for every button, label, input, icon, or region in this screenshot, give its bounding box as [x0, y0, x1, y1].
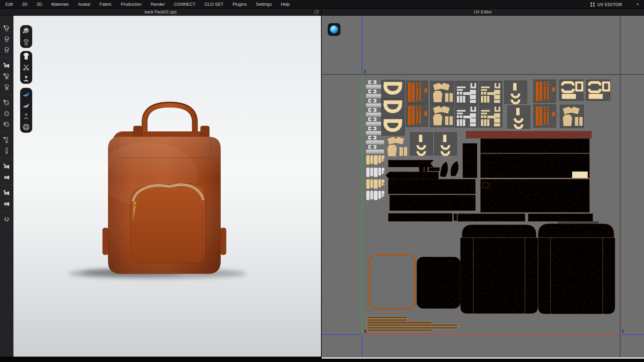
globe-icon: [22, 123, 31, 131]
avatar-view-button[interactable]: [21, 111, 31, 121]
menu-item-settings[interactable]: Settings: [256, 2, 272, 7]
edit-sewing-tool-button[interactable]: [0, 23, 13, 34]
menu-item-connect[interactable]: CONNECT: [174, 2, 196, 7]
uv-grid-label: 0: [364, 329, 367, 334]
menu-items: Edit3D2DMaterialsAvatarFabricProductionR…: [5, 2, 299, 7]
shirt-dim-icon: [22, 38, 31, 47]
roll-cursor-icon: [3, 62, 10, 69]
menu-item-help[interactable]: Help: [281, 2, 290, 7]
wireframe-view-button[interactable]: [21, 122, 31, 132]
tool-group-1: [0, 58, 13, 93]
uv-islands-svg[interactable]: 101: [322, 16, 644, 357]
roll-cursor-icon: [3, 163, 10, 170]
clamp-icon: [3, 216, 10, 223]
uv-bottom-strip: [322, 357, 644, 359]
zipper-icon: [3, 147, 10, 155]
tool-group-6: [0, 212, 13, 226]
menu-item-materials[interactable]: Materials: [51, 2, 69, 7]
fabric-front-view-button[interactable]: [21, 88, 31, 99]
view-garment-dim-button[interactable]: [21, 37, 31, 47]
free-sewing-tool-button[interactable]: [0, 45, 13, 55]
mode-switcher[interactable]: UV EDITOR ▼: [590, 0, 639, 9]
edit-texture-tool-button[interactable]: [0, 82, 13, 93]
person-icon: [22, 74, 31, 83]
pattern-grid-icon: [590, 2, 595, 7]
scissors-icon: [22, 63, 31, 72]
zipper-tool-button[interactable]: [0, 145, 13, 156]
person-dim-icon: [22, 112, 31, 120]
view-3d-style-button[interactable]: [21, 26, 31, 36]
fabric-back-view-button[interactable]: [21, 100, 31, 110]
button-lock-icon: [3, 121, 10, 128]
menu-item-fabric[interactable]: Fabric: [100, 2, 112, 7]
cube-icon: [22, 26, 31, 35]
roll-cursor-icon: [3, 189, 10, 197]
menu-bar: Edit3D2DMaterialsAvatarFabricProductionR…: [0, 0, 644, 9]
clamp-tool-button[interactable]: [0, 214, 13, 225]
3d-viewport[interactable]: [13, 16, 321, 357]
pattern-tool-button[interactable]: [21, 62, 31, 72]
shirt-curve-icon: [3, 36, 10, 43]
fabric-blue-icon: [22, 89, 31, 98]
roll-icon: [3, 174, 10, 181]
menu-item-plugins[interactable]: Plugins: [232, 2, 247, 7]
uv-panel-title: UV Editor: [322, 9, 644, 15]
shirt-bright-icon: [22, 52, 31, 61]
shirt-checker-cursor-icon: [3, 73, 10, 80]
uv-window-titlebar: UV Editor: [322, 9, 644, 16]
zipper-cursor-icon: [3, 136, 10, 144]
menu-item-avatar[interactable]: Avatar: [78, 2, 90, 7]
texture-sphere-button[interactable]: [328, 23, 340, 36]
menu-item-clo-set[interactable]: CLO-SET: [205, 2, 223, 7]
button-icon: [3, 110, 10, 117]
tool-sidebar: [0, 16, 13, 357]
show-avatar-button[interactable]: [21, 73, 31, 83]
app-window: Edit3D2DMaterialsAvatarFabricProductionR…: [0, 0, 644, 362]
viewport-toolbar-group-1: [20, 51, 32, 84]
show-garment-button[interactable]: [21, 51, 31, 61]
tool-group-3: [0, 132, 13, 157]
menu-item-render[interactable]: Render: [151, 2, 165, 7]
menu-item-edit[interactable]: Edit: [5, 2, 13, 7]
menu-item-production[interactable]: Production: [121, 2, 142, 7]
menu-item-3d[interactable]: 3D: [22, 2, 28, 7]
tool-group-4: [0, 159, 13, 183]
sewing-tool-button[interactable]: [0, 34, 13, 45]
uv-grid-label: 1: [364, 69, 366, 74]
shirt-checker-icon: [3, 83, 10, 91]
uv-grid-label: 1: [622, 329, 624, 334]
button-cursor-icon: [3, 99, 10, 107]
shirt-curve-cursor-icon: [3, 25, 10, 32]
restore-icon[interactable]: [314, 10, 319, 14]
tool-group-5: [0, 185, 13, 210]
project-title: back Pack02.zprj: [0, 9, 321, 15]
viewport-toolbar-group-0: [20, 25, 32, 48]
binding-tool-button[interactable]: [0, 198, 13, 209]
select-binding-tool-button[interactable]: [0, 188, 13, 198]
uv-editor-canvas[interactable]: 101: [322, 16, 644, 357]
roll-icon: [3, 200, 10, 207]
fabric-gray-icon: [22, 100, 31, 109]
apply-texture-tool-button[interactable]: [0, 71, 13, 82]
viewport-toolbar-group-2: [20, 88, 32, 133]
mode-label: UV EDITOR: [597, 2, 622, 7]
buttonhole-tool-button[interactable]: [0, 119, 13, 130]
trim-tool-button[interactable]: [0, 172, 13, 183]
shirt-curve-icon: [3, 46, 10, 54]
select-texture-tool-button[interactable]: [0, 60, 13, 71]
menu-item-2d[interactable]: 2D: [37, 2, 42, 7]
backpack-3d-render: [13, 16, 321, 357]
sphere-blue-icon: [330, 25, 338, 34]
tool-group-2: [0, 95, 13, 130]
tool-group-0: [0, 22, 13, 56]
chevron-down-icon[interactable]: ▼: [636, 3, 639, 6]
select-trim-tool-button[interactable]: [0, 161, 13, 172]
button-tool-button[interactable]: [0, 108, 13, 119]
select-button-tool-button[interactable]: [0, 98, 13, 108]
3d-window-titlebar: back Pack02.zprj: [0, 9, 321, 16]
select-zipper-tool-button[interactable]: [0, 135, 13, 145]
